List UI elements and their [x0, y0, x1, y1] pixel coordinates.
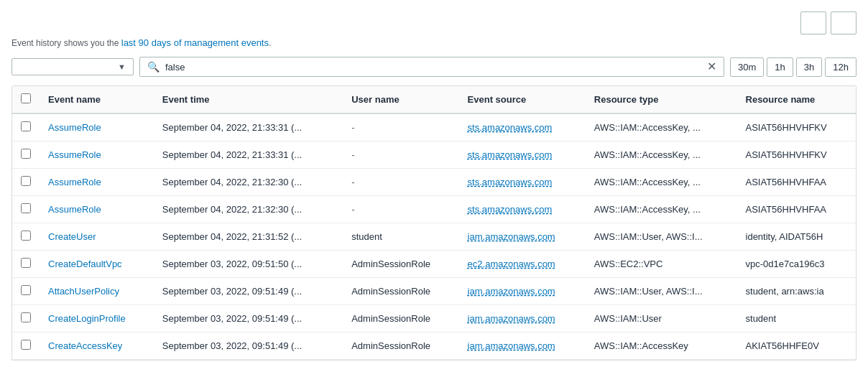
row-checkbox[interactable] — [21, 340, 31, 350]
event-name-link[interactable]: AssumeRole — [48, 122, 101, 133]
resource-type-cell: AWS::IAM::AccessKey, ... — [586, 169, 737, 196]
event-source-cell: sts.amazonaws.com — [459, 141, 586, 169]
event-source-link[interactable]: iam.amazonaws.com — [468, 231, 555, 242]
event-name-link[interactable]: AssumeRole — [48, 149, 101, 160]
resource-type-cell: AWS::IAM::User, AWS::I... — [586, 278, 737, 305]
resource-name-cell: ASIAT56HHVHFAA — [737, 169, 856, 196]
table-row: AssumeRole September 04, 2022, 21:32:30 … — [12, 169, 856, 196]
event-time-cell: September 04, 2022, 21:32:30 (... — [154, 169, 343, 196]
event-name-cell: AssumeRole — [40, 196, 154, 223]
refresh-button[interactable] — [800, 11, 826, 34]
time-3h-button[interactable]: 3h — [796, 57, 822, 77]
event-source-link[interactable]: sts.amazonaws.com — [468, 149, 553, 160]
event-name-cell: AssumeRole — [40, 169, 154, 196]
resource-name-cell: identity, AIDAT56H — [737, 223, 856, 251]
subtitle: Event history shows you the last 90 days… — [11, 37, 857, 48]
col-event-source: Event source — [459, 86, 586, 113]
col-resource-type: Resource type — [586, 86, 737, 113]
row-checkbox[interactable] — [21, 258, 31, 268]
user-name-cell: - — [343, 196, 458, 223]
row-checkbox[interactable] — [21, 231, 31, 241]
event-source-link[interactable]: sts.amazonaws.com — [468, 177, 553, 187]
event-name-link[interactable]: AssumeRole — [48, 177, 101, 187]
user-name-cell: AdminSessionRole — [343, 333, 458, 360]
table-row: AssumeRole September 04, 2022, 21:33:31 … — [12, 113, 856, 141]
table-row: AttachUserPolicy September 03, 2022, 09:… — [12, 278, 856, 305]
event-time-cell: September 03, 2022, 09:51:50 (... — [154, 251, 343, 278]
row-checkbox-cell[interactable] — [12, 278, 40, 305]
event-table: Event name Event time User name Event so… — [11, 85, 857, 361]
event-source-link[interactable]: sts.amazonaws.com — [468, 204, 553, 215]
row-checkbox[interactable] — [21, 312, 31, 322]
time-buttons: 30m 1h 3h 12h — [730, 57, 857, 77]
table-row: CreateDefaultVpc September 03, 2022, 09:… — [12, 251, 856, 278]
time-1h-button[interactable]: 1h — [767, 57, 793, 77]
row-checkbox[interactable] — [21, 121, 31, 131]
event-name-link[interactable]: CreateDefaultVpc — [48, 259, 122, 269]
row-checkbox-cell[interactable] — [12, 169, 40, 196]
event-name-cell: AssumeRole — [40, 113, 154, 141]
d-button[interactable] — [831, 11, 857, 34]
user-name-cell: student — [343, 223, 458, 251]
row-checkbox[interactable] — [21, 203, 31, 213]
event-source-cell: iam.amazonaws.com — [459, 305, 586, 333]
col-resource-name: Resource name — [737, 86, 856, 113]
table-row: CreateLoginProfile September 03, 2022, 0… — [12, 305, 856, 333]
event-source-cell: sts.amazonaws.com — [459, 113, 586, 141]
row-checkbox-cell[interactable] — [12, 141, 40, 169]
event-name-link[interactable]: CreateUser — [48, 231, 96, 242]
resource-name-cell: ASIAT56HHVHFKV — [737, 113, 856, 141]
row-checkbox-cell[interactable] — [12, 196, 40, 223]
event-name-link[interactable]: CreateAccessKey — [48, 340, 122, 351]
chevron-down-icon: ▼ — [118, 62, 126, 71]
event-source-link[interactable]: sts.amazonaws.com — [468, 122, 553, 133]
table-row: CreateUser September 04, 2022, 21:31:52 … — [12, 223, 856, 251]
filter-dropdown[interactable]: ▼ — [11, 58, 134, 75]
event-source-link[interactable]: iam.amazonaws.com — [468, 286, 555, 297]
event-name-link[interactable]: CreateLoginProfile — [48, 313, 126, 324]
row-checkbox-cell[interactable] — [12, 113, 40, 141]
event-source-cell: iam.amazonaws.com — [459, 278, 586, 305]
time-12h-button[interactable]: 12h — [825, 57, 857, 77]
row-checkbox[interactable] — [21, 176, 31, 186]
event-source-cell: sts.amazonaws.com — [459, 196, 586, 223]
search-clear-button[interactable]: ✕ — [707, 61, 716, 73]
col-user-name: User name — [343, 86, 458, 113]
user-name-cell: AdminSessionRole — [343, 278, 458, 305]
event-source-link[interactable]: iam.amazonaws.com — [468, 313, 555, 324]
row-checkbox[interactable] — [21, 149, 31, 159]
table-row: CreateAccessKey September 03, 2022, 09:5… — [12, 333, 856, 360]
search-input[interactable] — [165, 62, 701, 73]
time-30m-button[interactable]: 30m — [730, 57, 764, 77]
event-time-cell: September 03, 2022, 09:51:49 (... — [154, 278, 343, 305]
col-event-time: Event time — [154, 86, 343, 113]
user-name-cell: - — [343, 169, 458, 196]
row-checkbox-cell[interactable] — [12, 333, 40, 360]
resource-name-cell: AKIAT56HHFE0V — [737, 333, 856, 360]
row-checkbox-cell[interactable] — [12, 251, 40, 278]
resource-name-cell: vpc-0d1e7ca196c3 — [737, 251, 856, 278]
event-source-cell: sts.amazonaws.com — [459, 169, 586, 196]
event-name-link[interactable]: AssumeRole — [48, 204, 101, 215]
row-checkbox-cell[interactable] — [12, 223, 40, 251]
event-source-link[interactable]: ec2.amazonaws.com — [468, 259, 555, 269]
resource-name-cell: student, arn:aws:ia — [737, 278, 856, 305]
event-name-cell: CreateAccessKey — [40, 333, 154, 360]
select-all-checkbox[interactable] — [21, 93, 31, 103]
event-name-link[interactable]: AttachUserPolicy — [48, 286, 119, 297]
resource-type-cell: AWS::IAM::AccessKey, ... — [586, 196, 737, 223]
row-checkbox-cell[interactable] — [12, 305, 40, 333]
subtitle-link[interactable]: last 90 days of management events — [121, 37, 269, 48]
event-source-link[interactable]: iam.amazonaws.com — [468, 340, 555, 351]
resource-type-cell: AWS::IAM::User — [586, 305, 737, 333]
event-time-cell: September 03, 2022, 09:51:49 (... — [154, 305, 343, 333]
checkbox-header[interactable] — [12, 86, 40, 113]
row-checkbox[interactable] — [21, 285, 31, 295]
user-name-cell: - — [343, 113, 458, 141]
event-time-cell: September 04, 2022, 21:33:31 (... — [154, 141, 343, 169]
table-header-row: Event name Event time User name Event so… — [12, 86, 856, 113]
resource-name-cell: student — [737, 305, 856, 333]
table-row: AssumeRole September 04, 2022, 21:33:31 … — [12, 141, 856, 169]
event-name-cell: AssumeRole — [40, 141, 154, 169]
event-name-cell: CreateLoginProfile — [40, 305, 154, 333]
